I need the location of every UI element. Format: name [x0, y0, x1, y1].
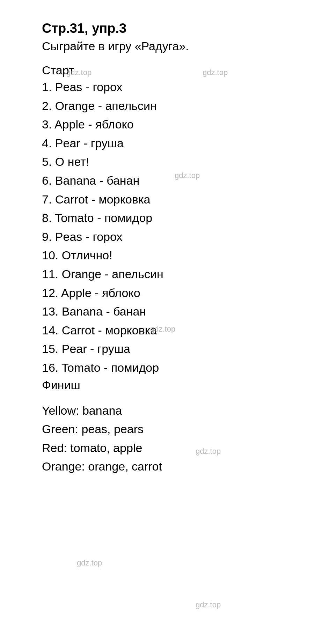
color-item: Yellow: banana — [42, 402, 294, 419]
list-item: 2. Orange - апельсин — [42, 98, 294, 114]
list-item: 7. Carrot - морковка — [42, 191, 294, 208]
watermark-7: gdz.top — [196, 600, 221, 609]
list-item: 4. Pear - груша — [42, 135, 294, 152]
list-item: 6. Banana - банан — [42, 172, 294, 189]
page-title: Стр.31, упр.3 — [42, 21, 294, 36]
page-subtitle: Сыграйте в игру «Радуга». — [42, 39, 294, 53]
list-item: 15. Pear - груша — [42, 341, 294, 357]
color-section: Yellow: bananaGreen: peas, pearsRed: tom… — [42, 402, 294, 475]
watermark-6: gdz.top — [77, 558, 102, 568]
watermark-3: gdz.top — [175, 171, 200, 180]
watermark-2: gdz.top — [203, 68, 228, 77]
color-item: Green: peas, pears — [42, 421, 294, 438]
list-item: 16. Tomato - помидор — [42, 360, 294, 376]
list-item: 5. О нет! — [42, 154, 294, 170]
list-item: 3. Apple - яблоко — [42, 116, 294, 133]
watermark-4: gdz.top — [150, 325, 175, 334]
color-item: Red: tomato, apple — [42, 440, 294, 457]
watermark-1: gdz.top — [66, 68, 92, 77]
color-item: Orange: orange, carrot — [42, 458, 294, 475]
finish-label: Финиш — [42, 378, 294, 392]
list-item: 13. Banana - банан — [42, 303, 294, 320]
list-item: 12. Apple - яблоко — [42, 285, 294, 302]
list-item: 10. Отлично! — [42, 247, 294, 264]
list-item: 8. Tomato - помидор — [42, 210, 294, 227]
list-item: 9. Peas - горох — [42, 229, 294, 245]
list-item: 11. Orange - апельсин — [42, 266, 294, 283]
watermark-5: gdz.top — [196, 447, 221, 456]
list-item: 1. Peas - горох — [42, 79, 294, 96]
